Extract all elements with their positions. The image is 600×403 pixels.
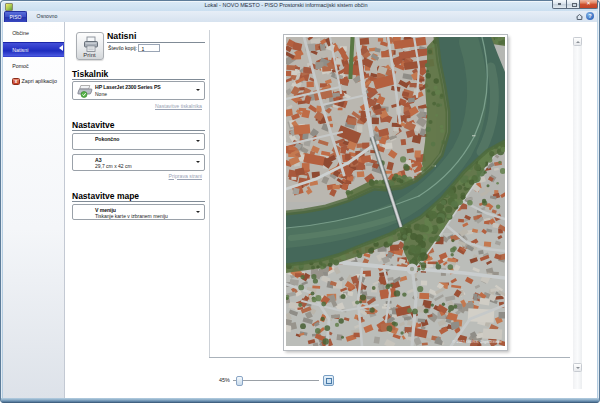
svg-text:© 2015 GURS, DigitalGlobe: © 2015 GURS, DigitalGlobe (452, 339, 502, 344)
